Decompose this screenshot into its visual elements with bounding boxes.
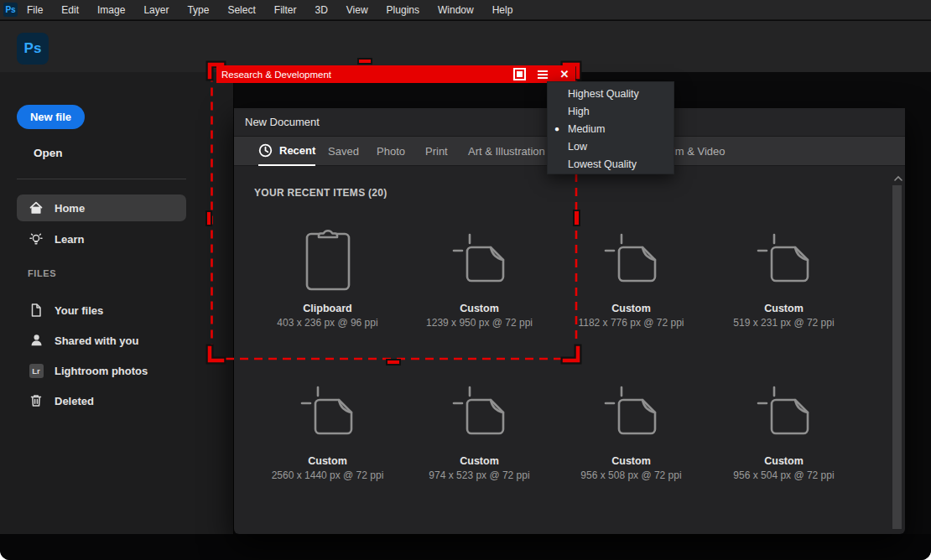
menu-item-label: Low	[568, 141, 587, 153]
custom-document-icon	[757, 386, 812, 438]
sidebar-item-deleted[interactable]: Deleted	[17, 387, 186, 414]
recent-item-dimensions: 1182 x 776 px @ 72 ppi	[578, 316, 684, 330]
recent-item-name: Custom	[460, 454, 499, 469]
dialog-title: New Document	[245, 116, 320, 128]
sidebar-item-label: Lightroom photos	[55, 365, 148, 377]
sidebar-item-lightroom-photos[interactable]: Lr Lightroom photos	[17, 357, 186, 384]
recent-item-name: Custom	[764, 302, 804, 316]
tab-label: Saved	[328, 145, 359, 158]
custom-document-icon	[452, 233, 507, 285]
recent-item-custom[interactable]: Custom 2560 x 1440 px @ 72 ppi	[252, 369, 403, 486]
document-icon	[29, 303, 44, 318]
menu-image[interactable]: Image	[88, 0, 134, 20]
tab-saved[interactable]: Saved	[328, 137, 359, 166]
scrollbar-thumb[interactable]	[892, 185, 902, 529]
new-file-button[interactable]: New file	[17, 105, 85, 129]
capture-frame-button[interactable]	[510, 65, 528, 83]
sidebar-item-home[interactable]: Home	[17, 194, 186, 221]
menu-item-lowest-quality[interactable]: Lowest Quality	[548, 155, 674, 173]
sidebar-item-shared-with-you[interactable]: Shared with you	[17, 327, 186, 354]
menu-item-highest-quality[interactable]: Highest Quality	[548, 85, 674, 102]
recent-item-custom[interactable]: Custom 1239 x 950 px @ 72 ppi	[403, 216, 555, 334]
recent-items-heading: YOUR RECENT ITEMS (20)	[254, 187, 387, 199]
selected-radio-icon: ●	[554, 124, 559, 133]
photoshop-window: Ps File Edit Image Layer Type Select Fil…	[0, 0, 931, 560]
menu-window[interactable]: Window	[429, 0, 483, 20]
home-icon	[29, 200, 44, 215]
recent-item-name: Custom	[764, 454, 804, 469]
open-button[interactable]: Open	[17, 143, 80, 163]
menu-edit[interactable]: Edit	[52, 0, 88, 20]
recent-item-custom[interactable]: Custom 956 x 504 px @ 72 ppi	[708, 369, 860, 486]
menu-layer[interactable]: Layer	[134, 0, 178, 20]
menu-help[interactable]: Help	[483, 0, 523, 20]
recent-item-name: Custom	[611, 454, 651, 469]
menu-type[interactable]: Type	[178, 0, 218, 20]
capture-close-button[interactable]: ✕	[555, 65, 574, 83]
lightroom-icon: Lr	[29, 363, 44, 378]
tab-label: Art & Illustration	[468, 145, 545, 158]
recent-item-custom[interactable]: Custom 956 x 508 px @ 72 ppi	[555, 369, 707, 486]
menu-item-low[interactable]: Low	[548, 137, 674, 155]
recent-item-name: Clipboard	[303, 302, 351, 316]
menu-plugins[interactable]: Plugins	[377, 0, 429, 20]
recent-item-dimensions: 403 x 236 px @ 96 ppi	[277, 316, 377, 330]
recent-item-dimensions: 956 x 508 px @ 72 ppi	[580, 469, 681, 483]
menu-filter[interactable]: Filter	[265, 0, 306, 20]
recent-item-dimensions: 2560 x 1440 px @ 72 ppi	[272, 469, 384, 483]
recent-item-name: Custom	[308, 454, 347, 469]
header-band: Ps	[0, 21, 931, 72]
menu-select[interactable]: Select	[218, 0, 264, 20]
sidebar-item-label: Your files	[55, 304, 103, 317]
quality-dropdown-menu: Highest Quality High ● Medium Low Lowest…	[547, 81, 674, 174]
recent-item-name: Custom	[460, 302, 499, 316]
capture-window-title: Research & Development	[221, 70, 510, 80]
custom-document-icon	[604, 386, 659, 438]
custom-document-icon	[300, 386, 356, 438]
scroll-up-icon[interactable]	[893, 175, 903, 182]
recent-item-dimensions: 1239 x 950 px @ 72 ppi	[426, 316, 533, 330]
recent-item-custom[interactable]: Custom 519 x 231 px @ 72 ppi	[708, 216, 860, 334]
sidebar-item-your-files[interactable]: Your files	[17, 297, 186, 324]
files-section-heading: FILES	[28, 268, 56, 278]
capture-window-titlebar[interactable]: Research & Development ✕	[216, 65, 575, 83]
menu-item-label: Highest Quality	[568, 88, 639, 100]
sidebar-item-learn[interactable]: Learn	[17, 226, 186, 252]
sidebar-item-label: Deleted	[55, 395, 94, 407]
square-icon	[513, 68, 526, 80]
menu-item-label: Lowest Quality	[568, 158, 637, 170]
photoshop-app-icon: Ps	[3, 3, 18, 17]
recent-item-clipboard[interactable]: Clipboard 403 x 236 px @ 96 ppi	[252, 216, 403, 334]
tab-recent[interactable]: Recent	[258, 137, 315, 166]
recent-item-dimensions: 974 x 523 px @ 72 ppi	[429, 469, 529, 483]
menu-3d[interactable]: 3D	[305, 0, 336, 20]
tab-label: Photo	[377, 145, 405, 158]
sidebar-item-label: Learn	[55, 233, 84, 246]
recent-item-dimensions: 956 x 504 px @ 72 ppi	[733, 469, 834, 483]
custom-document-icon	[757, 233, 812, 285]
capture-menu-button[interactable]	[533, 65, 552, 83]
hamburger-icon	[538, 70, 548, 79]
menu-view[interactable]: View	[337, 0, 377, 20]
menu-file[interactable]: File	[18, 0, 52, 20]
tab-art-illustration[interactable]: Art & Illustration	[468, 137, 545, 166]
photoshop-logo: Ps	[17, 33, 49, 65]
menu-item-medium[interactable]: ● Medium	[548, 120, 674, 137]
custom-document-icon	[604, 233, 659, 285]
tab-label: Recent	[279, 144, 315, 157]
menu-item-high[interactable]: High	[548, 102, 674, 120]
sidebar-item-label: Home	[55, 202, 85, 215]
tab-label: Print	[425, 145, 448, 158]
learn-icon	[29, 231, 44, 246]
recent-item-name: Custom	[611, 302, 651, 316]
close-icon: ✕	[560, 69, 570, 80]
trash-icon	[29, 393, 44, 408]
clipboard-icon	[305, 227, 351, 291]
sidebar-divider	[17, 179, 186, 179]
recent-item-custom[interactable]: Custom 1182 x 776 px @ 72 ppi	[555, 216, 707, 334]
person-icon	[29, 333, 44, 348]
tab-photo[interactable]: Photo	[377, 137, 405, 166]
recent-item-custom[interactable]: Custom 974 x 523 px @ 72 ppi	[403, 369, 555, 486]
recent-item-dimensions: 519 x 231 px @ 72 ppi	[733, 316, 834, 330]
tab-print[interactable]: Print	[425, 137, 448, 166]
